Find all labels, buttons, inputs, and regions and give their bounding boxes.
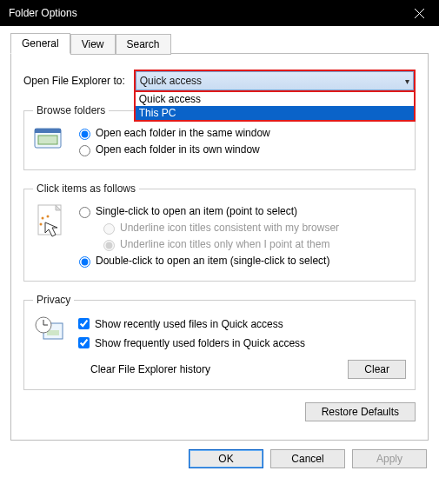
radio-same-window-label: Open each folder in the same window [96, 127, 270, 139]
radio-same-window-input[interactable] [79, 129, 90, 140]
restore-defaults-button[interactable]: Restore Defaults [305, 402, 416, 421]
radio-same-window[interactable]: Open each folder in the same window [75, 126, 406, 140]
dropdown-option-quick-access[interactable]: Quick access [136, 92, 414, 106]
svg-rect-1 [38, 136, 57, 144]
combo-highlight: Quick access ▾ [134, 70, 416, 92]
check-recent-files-label: Show recently used files in Quick access [95, 318, 283, 330]
restore-row: Restore Defaults [23, 402, 416, 421]
close-button[interactable] [400, 0, 439, 26]
radio-single-click-input[interactable] [79, 207, 90, 218]
open-explorer-combo-wrap: Quick access ▾ Quick access This PC [134, 70, 416, 92]
dialog-content: General View Search Open File Explorer t… [0, 26, 439, 441]
svg-point-6 [40, 223, 43, 226]
radio-double-click[interactable]: Double-click to open an item (single-cli… [75, 254, 406, 268]
browse-folders-legend: Browse folders [33, 104, 109, 116]
privacy-icon [33, 313, 75, 379]
radio-own-window-label: Open each folder in its own window [96, 143, 260, 156]
tab-general[interactable]: General [10, 33, 70, 54]
click-items-group: Click items as follows Single-click to o… [23, 182, 416, 282]
svg-point-7 [47, 216, 50, 218]
tab-view[interactable]: View [70, 34, 116, 55]
close-icon [415, 9, 424, 18]
radio-single-click[interactable]: Single-click to open an item (point to s… [75, 204, 406, 218]
dialog-footer: OK Cancel Apply [0, 441, 439, 481]
check-recent-files[interactable]: Show recently used files in Quick access [75, 315, 406, 332]
tab-panel-general: Open File Explorer to: Quick access ▾ Qu… [10, 53, 429, 441]
svg-rect-2 [35, 129, 61, 133]
open-explorer-combobox[interactable]: Quick access ▾ [136, 71, 414, 90]
radio-single-click-label: Single-click to open an item (point to s… [96, 205, 297, 217]
open-explorer-label: Open File Explorer to: [23, 75, 125, 87]
open-explorer-row: Open File Explorer to: Quick access ▾ Qu… [23, 70, 416, 92]
check-frequent-folders[interactable]: Show frequently used folders in Quick ac… [75, 335, 406, 351]
privacy-group: Privacy Show recently used files in Quic… [23, 294, 416, 390]
cancel-button[interactable]: Cancel [270, 449, 345, 468]
radio-own-window-input[interactable] [79, 145, 90, 156]
browse-icon [33, 123, 75, 159]
radio-underline-browser: Underline icon titles consistent with my… [99, 221, 406, 235]
clear-button[interactable]: Clear [348, 360, 406, 379]
radio-underline-point-label: Underline icon titles only when I point … [120, 238, 329, 250]
radio-underline-point-input [103, 240, 115, 251]
click-items-legend: Click items as follows [33, 182, 139, 195]
radio-own-window[interactable]: Open each folder in its own window [75, 143, 406, 156]
check-frequent-folders-label: Show frequently used folders in Quick ac… [95, 337, 305, 349]
check-recent-files-input[interactable] [78, 318, 90, 329]
radio-double-click-label: Double-click to open an item (single-cli… [96, 255, 329, 267]
radio-underline-browser-label: Underline icon titles consistent with my… [120, 222, 339, 234]
open-explorer-dropdown: Quick access This PC [134, 92, 416, 122]
titlebar: Folder Options [0, 0, 439, 26]
check-frequent-folders-input[interactable] [78, 337, 90, 348]
radio-underline-browser-input [103, 223, 115, 235]
click-icon [33, 202, 75, 270]
tab-strip: General View Search [10, 33, 429, 54]
clear-history-label: Clear File Explorer history [90, 363, 210, 375]
svg-point-5 [42, 217, 44, 220]
chevron-down-icon: ▾ [405, 76, 409, 86]
tab-search[interactable]: Search [116, 34, 171, 55]
window-title: Folder Options [9, 7, 400, 19]
radio-underline-point: Underline icon titles only when I point … [99, 237, 406, 251]
privacy-legend: Privacy [33, 294, 74, 306]
dropdown-option-this-pc[interactable]: This PC [136, 106, 414, 120]
radio-double-click-input[interactable] [79, 256, 90, 268]
open-explorer-selected: Quick access [140, 75, 202, 87]
clear-history-row: Clear File Explorer history Clear [90, 360, 406, 379]
apply-button[interactable]: Apply [352, 449, 427, 468]
ok-button[interactable]: OK [189, 449, 263, 468]
